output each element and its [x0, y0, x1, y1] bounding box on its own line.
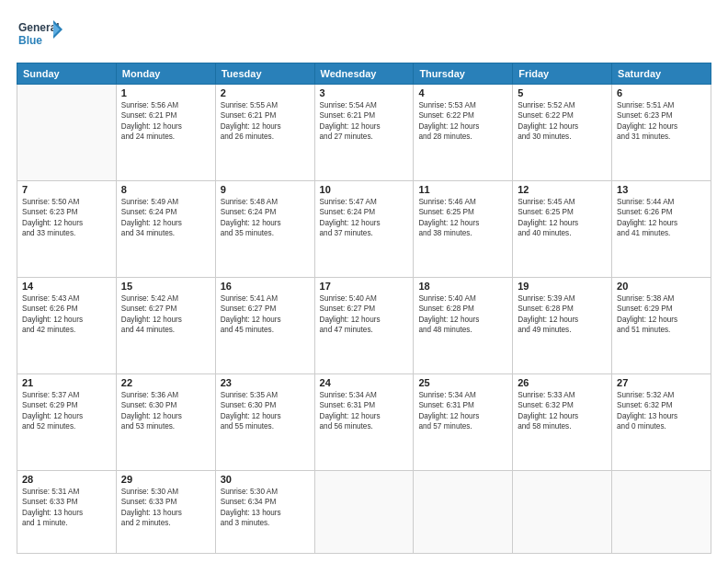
day-number: 1	[121, 87, 210, 98]
day-number: 17	[320, 281, 409, 292]
col-saturday: Saturday	[612, 63, 711, 85]
table-cell: 11Sunrise: 5:46 AM Sunset: 6:25 PM Dayli…	[414, 180, 513, 277]
col-monday: Monday	[116, 63, 215, 85]
table-cell: 6Sunrise: 5:51 AM Sunset: 6:23 PM Daylig…	[612, 85, 711, 181]
table-cell: 10Sunrise: 5:47 AM Sunset: 6:24 PM Dayli…	[314, 180, 414, 277]
day-number: 29	[121, 474, 210, 485]
day-number: 15	[121, 281, 210, 292]
table-cell: 12Sunrise: 5:45 AM Sunset: 6:25 PM Dayli…	[513, 180, 612, 277]
table-cell: 29Sunrise: 5:30 AM Sunset: 6:33 PM Dayli…	[116, 470, 215, 553]
day-info: Sunrise: 5:32 AM Sunset: 6:32 PM Dayligh…	[617, 390, 706, 432]
day-number: 19	[518, 281, 607, 292]
day-number: 11	[418, 184, 507, 195]
day-number: 21	[22, 377, 111, 388]
table-cell: 14Sunrise: 5:43 AM Sunset: 6:26 PM Dayli…	[17, 277, 117, 373]
day-info: Sunrise: 5:35 AM Sunset: 6:30 PM Dayligh…	[221, 390, 310, 432]
table-cell: 7Sunrise: 5:50 AM Sunset: 6:23 PM Daylig…	[17, 180, 117, 277]
day-info: Sunrise: 5:41 AM Sunset: 6:27 PM Dayligh…	[221, 293, 310, 336]
table-cell	[17, 85, 117, 181]
calendar-table: Sunday Monday Tuesday Wednesday Thursday…	[17, 63, 711, 554]
table-cell: 19Sunrise: 5:39 AM Sunset: 6:28 PM Dayli…	[513, 277, 612, 373]
day-info: Sunrise: 5:42 AM Sunset: 6:27 PM Dayligh…	[121, 293, 210, 336]
day-info: Sunrise: 5:40 AM Sunset: 6:27 PM Dayligh…	[320, 293, 409, 336]
table-cell: 8Sunrise: 5:49 AM Sunset: 6:24 PM Daylig…	[116, 180, 215, 277]
table-cell: 16Sunrise: 5:41 AM Sunset: 6:27 PM Dayli…	[215, 277, 314, 373]
day-info: Sunrise: 5:49 AM Sunset: 6:24 PM Dayligh…	[121, 197, 210, 239]
day-number: 18	[418, 281, 507, 292]
day-number: 2	[221, 87, 310, 98]
day-number: 27	[617, 377, 706, 388]
day-info: Sunrise: 5:38 AM Sunset: 6:29 PM Dayligh…	[617, 293, 706, 336]
col-thursday: Thursday	[414, 63, 513, 85]
table-cell: 25Sunrise: 5:34 AM Sunset: 6:31 PM Dayli…	[414, 373, 513, 470]
table-cell	[414, 470, 513, 553]
day-info: Sunrise: 5:51 AM Sunset: 6:23 PM Dayligh…	[617, 100, 706, 143]
day-number: 5	[518, 87, 607, 98]
day-info: Sunrise: 5:30 AM Sunset: 6:34 PM Dayligh…	[221, 487, 310, 529]
day-number: 16	[221, 281, 310, 292]
table-cell: 28Sunrise: 5:31 AM Sunset: 6:33 PM Dayli…	[17, 470, 117, 553]
table-cell: 20Sunrise: 5:38 AM Sunset: 6:29 PM Dayli…	[612, 277, 711, 373]
table-cell: 4Sunrise: 5:53 AM Sunset: 6:22 PM Daylig…	[414, 85, 513, 181]
day-info: Sunrise: 5:53 AM Sunset: 6:22 PM Dayligh…	[418, 100, 507, 143]
day-number: 24	[320, 377, 409, 388]
day-info: Sunrise: 5:50 AM Sunset: 6:23 PM Dayligh…	[22, 197, 111, 239]
day-number: 22	[121, 377, 210, 388]
day-info: Sunrise: 5:45 AM Sunset: 6:25 PM Dayligh…	[518, 197, 607, 239]
day-number: 6	[617, 87, 706, 98]
header: General Blue	[17, 17, 711, 55]
table-cell: 15Sunrise: 5:42 AM Sunset: 6:27 PM Dayli…	[116, 277, 215, 373]
table-cell	[314, 470, 414, 553]
page: General Blue Sunday Monday Tuesday Wedne…	[0, 0, 728, 563]
day-info: Sunrise: 5:34 AM Sunset: 6:31 PM Dayligh…	[418, 390, 507, 432]
table-cell: 1Sunrise: 5:56 AM Sunset: 6:21 PM Daylig…	[116, 85, 215, 181]
day-info: Sunrise: 5:33 AM Sunset: 6:32 PM Dayligh…	[518, 390, 607, 432]
table-cell: 21Sunrise: 5:37 AM Sunset: 6:29 PM Dayli…	[17, 373, 117, 470]
table-cell	[513, 470, 612, 553]
day-number: 3	[320, 87, 409, 98]
day-info: Sunrise: 5:56 AM Sunset: 6:21 PM Dayligh…	[121, 100, 210, 143]
day-number: 9	[221, 184, 310, 195]
day-number: 7	[22, 184, 111, 195]
day-number: 14	[22, 281, 111, 292]
day-number: 4	[418, 87, 507, 98]
table-cell: 3Sunrise: 5:54 AM Sunset: 6:21 PM Daylig…	[314, 85, 414, 181]
col-tuesday: Tuesday	[215, 63, 314, 85]
table-cell: 17Sunrise: 5:40 AM Sunset: 6:27 PM Dayli…	[314, 277, 414, 373]
svg-text:Blue: Blue	[18, 34, 42, 47]
col-sunday: Sunday	[17, 63, 117, 85]
day-info: Sunrise: 5:54 AM Sunset: 6:21 PM Dayligh…	[320, 100, 409, 143]
day-info: Sunrise: 5:34 AM Sunset: 6:31 PM Dayligh…	[320, 390, 409, 432]
table-cell: 9Sunrise: 5:48 AM Sunset: 6:24 PM Daylig…	[215, 180, 314, 277]
day-info: Sunrise: 5:39 AM Sunset: 6:28 PM Dayligh…	[518, 293, 607, 336]
table-cell: 2Sunrise: 5:55 AM Sunset: 6:21 PM Daylig…	[215, 85, 314, 181]
day-number: 13	[617, 184, 706, 195]
col-wednesday: Wednesday	[314, 63, 414, 85]
day-info: Sunrise: 5:44 AM Sunset: 6:26 PM Dayligh…	[617, 197, 706, 239]
table-cell: 30Sunrise: 5:30 AM Sunset: 6:34 PM Dayli…	[215, 470, 314, 553]
day-info: Sunrise: 5:48 AM Sunset: 6:24 PM Dayligh…	[221, 197, 310, 239]
day-number: 30	[221, 474, 310, 485]
day-number: 26	[518, 377, 607, 388]
day-number: 12	[518, 184, 607, 195]
day-number: 25	[418, 377, 507, 388]
day-number: 28	[22, 474, 111, 485]
table-cell: 18Sunrise: 5:40 AM Sunset: 6:28 PM Dayli…	[414, 277, 513, 373]
day-info: Sunrise: 5:55 AM Sunset: 6:21 PM Dayligh…	[221, 100, 310, 143]
day-info: Sunrise: 5:31 AM Sunset: 6:33 PM Dayligh…	[22, 487, 111, 529]
table-cell: 23Sunrise: 5:35 AM Sunset: 6:30 PM Dayli…	[215, 373, 314, 470]
table-cell: 22Sunrise: 5:36 AM Sunset: 6:30 PM Dayli…	[116, 373, 215, 470]
table-cell	[612, 470, 711, 553]
logo: General Blue	[17, 17, 63, 55]
day-info: Sunrise: 5:46 AM Sunset: 6:25 PM Dayligh…	[418, 197, 507, 239]
table-cell: 5Sunrise: 5:52 AM Sunset: 6:22 PM Daylig…	[513, 85, 612, 181]
table-cell: 26Sunrise: 5:33 AM Sunset: 6:32 PM Dayli…	[513, 373, 612, 470]
day-number: 10	[320, 184, 409, 195]
calendar-header-row: Sunday Monday Tuesday Wednesday Thursday…	[17, 63, 711, 85]
col-friday: Friday	[513, 63, 612, 85]
table-cell: 24Sunrise: 5:34 AM Sunset: 6:31 PM Dayli…	[314, 373, 414, 470]
svg-text:General: General	[18, 21, 60, 34]
day-info: Sunrise: 5:36 AM Sunset: 6:30 PM Dayligh…	[121, 390, 210, 432]
day-number: 8	[121, 184, 210, 195]
day-info: Sunrise: 5:43 AM Sunset: 6:26 PM Dayligh…	[22, 293, 111, 336]
